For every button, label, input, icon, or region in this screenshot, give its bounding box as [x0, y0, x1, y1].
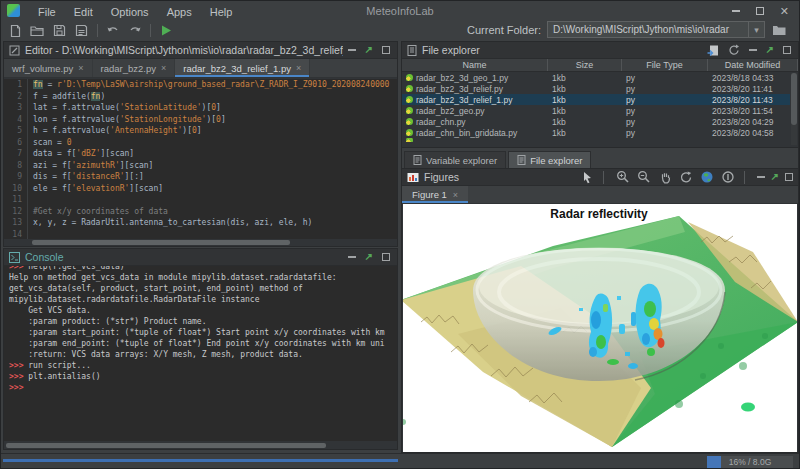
identify-icon[interactable] [721, 170, 736, 184]
redo-icon[interactable] [126, 23, 143, 38]
panel-minimize-icon[interactable] [757, 176, 765, 178]
column-header-size[interactable]: Size [548, 59, 622, 71]
save-icon[interactable] [51, 23, 68, 38]
code-token: ] [197, 126, 202, 135]
file-row[interactable] [402, 138, 790, 142]
panel-float-icon[interactable]: ↗ [766, 46, 774, 54]
pointer-tool-icon[interactable] [580, 170, 595, 184]
tab-variable-explorer[interactable]: Variable explorer [404, 151, 506, 168]
file-name: radar_bz2_3d_relief_1.py [416, 95, 512, 105]
file-table-body: radar_bz2_3d_geo_1.py1kbpy2023/8/18 04:3… [402, 72, 790, 147]
code-text: f = addfile(fn) [33, 91, 105, 103]
current-folder-value: D:\Working\MIScript\Jython\mis\io\radar [548, 24, 748, 35]
file-row[interactable]: radar_bz2_3d_geo_1.py1kbpy2023/8/18 04:3… [402, 72, 790, 83]
code-token: 'AntennaHeight' [110, 126, 182, 135]
tab-label: File explorer [530, 155, 582, 166]
file-row[interactable]: radar_bz2_3d_relief_1.py1kbpy2023/8/20 1… [402, 94, 790, 105]
code-token: 'azimuthR' [72, 161, 120, 170]
file-row[interactable]: radar_bz2_geo.py1kbpy2023/8/20 11:54 [402, 105, 790, 116]
tab-file-explorer[interactable]: File explorer [508, 151, 591, 168]
tab-close-icon[interactable]: × [453, 190, 458, 200]
panel-minimize-icon[interactable] [348, 49, 356, 51]
pan-hand-icon[interactable] [658, 170, 673, 184]
panel-float-icon[interactable]: ↗ [771, 173, 779, 181]
panel-maximize-icon[interactable] [783, 46, 791, 54]
menu-bar: FileEditOptionsAppsHelp MeteoInfoLab ✕ [1, 1, 799, 20]
code-token: ] [221, 115, 226, 124]
code-token: 0 [67, 138, 72, 147]
window-close-icon[interactable]: ✕ [780, 6, 789, 16]
editor-hscrollbar[interactable] [4, 240, 397, 245]
window-maximize-icon[interactable] [756, 7, 764, 15]
browse-folder-icon[interactable] [771, 22, 788, 37]
toolbar-separator [150, 24, 151, 37]
chevron-down-icon[interactable]: ▾ [748, 22, 764, 37]
code-token: fn [91, 92, 101, 101]
editor-tab[interactable]: wrf_volume.py× [4, 59, 93, 77]
code-text: x, y, z = RadarUtil.antenna_to_cartesian… [33, 217, 312, 229]
file-type-cell: py [622, 106, 708, 116]
add-file-icon[interactable] [707, 45, 719, 56]
console-hscroll-thumb[interactable] [6, 443, 326, 448]
window-minimize-icon[interactable] [732, 10, 740, 12]
column-header-filetype[interactable]: File Type [622, 59, 708, 71]
menu-help[interactable]: Help [201, 6, 242, 18]
file-table-vscroll-thumb[interactable] [791, 73, 797, 125]
panel-minimize-icon[interactable] [348, 256, 356, 258]
rotate-tool-icon[interactable] [679, 170, 694, 184]
undo-icon[interactable] [104, 23, 121, 38]
menu-apps[interactable]: Apps [158, 6, 201, 18]
figure-canvas[interactable]: Radar reflectivity [403, 204, 797, 452]
line-number: 13 [4, 217, 28, 229]
file-explorer-header: File explorer ↗ [402, 42, 798, 59]
window-controls: ✕ [732, 1, 795, 20]
tab-close-icon[interactable]: × [78, 63, 83, 73]
file-type-cell: py [622, 73, 708, 83]
file-row[interactable]: radar_chn_bin_griddata.py1kbpy2023/8/20 … [402, 127, 790, 138]
column-header-date[interactable]: Date Modified [708, 59, 798, 71]
code-editor[interactable]: 1fn = r'D:\Temp\LaSW\airship\ground_base… [4, 79, 397, 239]
panel-maximize-icon[interactable] [382, 253, 390, 261]
panel-float-icon[interactable]: ↗ [365, 46, 373, 54]
zoom-in-icon[interactable] [616, 170, 631, 184]
editor-hscroll-thumb[interactable] [32, 240, 290, 245]
file-explorer-icon [407, 45, 417, 56]
code-line: 13x, y, z = RadarUtil.antenna_to_cartesi… [4, 217, 397, 229]
new-file-icon[interactable] [7, 23, 24, 38]
figure-1-tab[interactable]: Figure 1 × [402, 186, 468, 203]
zoom-out-icon[interactable] [637, 170, 652, 184]
refresh-icon[interactable] [728, 44, 740, 56]
file-row[interactable]: radar_bz2_3d_relief.py1kbpy2023/8/20 11:… [402, 83, 790, 94]
panel-float-icon[interactable]: ↗ [365, 253, 373, 261]
column-header-name[interactable]: Name [402, 59, 548, 71]
line-number: 10 [4, 183, 28, 195]
code-token: x, y, z = RadarUtil.antenna_to_cartesian… [33, 218, 312, 227]
menu-file[interactable]: File [29, 6, 65, 18]
file-name-cell: radar_bz2_3d_relief_1.py [402, 95, 548, 105]
globe-icon[interactable] [700, 170, 715, 184]
file-table-vscrollbar[interactable] [791, 73, 797, 145]
panel-minimize-icon[interactable] [749, 49, 757, 51]
panel-maximize-icon[interactable] [785, 173, 793, 181]
panel-maximize-icon[interactable] [382, 46, 390, 54]
line-number: 11 [4, 194, 28, 206]
tab-close-icon[interactable]: × [161, 63, 166, 73]
save-as-icon[interactable] [73, 23, 90, 38]
editor-tab[interactable]: radar_bz2.py× [93, 59, 176, 77]
run-script-icon[interactable] [157, 23, 174, 38]
menu-options[interactable]: Options [102, 6, 158, 18]
console-line: >>> [9, 382, 397, 393]
console-hscrollbar[interactable] [4, 443, 397, 448]
tab-close-icon[interactable]: × [296, 63, 301, 73]
file-row[interactable]: radar_chn.py1kbpy2023/8/20 04:29 [402, 116, 790, 127]
current-folder-combo[interactable]: D:\Working\MIScript\Jython\mis\io\radar … [547, 21, 765, 38]
console-output[interactable]: >>> help(f.get_vcs_data)Help on method g… [4, 266, 397, 441]
memory-indicator[interactable]: 16% / 8.0G [707, 456, 793, 468]
file-type-cell: py [622, 95, 708, 105]
menu-edit[interactable]: Edit [65, 6, 102, 18]
code-token: ele = f[ [33, 184, 72, 193]
file-explorer-title: File explorer [422, 44, 702, 56]
open-folder-icon[interactable] [29, 23, 46, 38]
console-text: :param product: (*str*) Product name. [9, 317, 206, 326]
editor-tab[interactable]: radar_bz2_3d_relief_1.py× [175, 59, 310, 77]
